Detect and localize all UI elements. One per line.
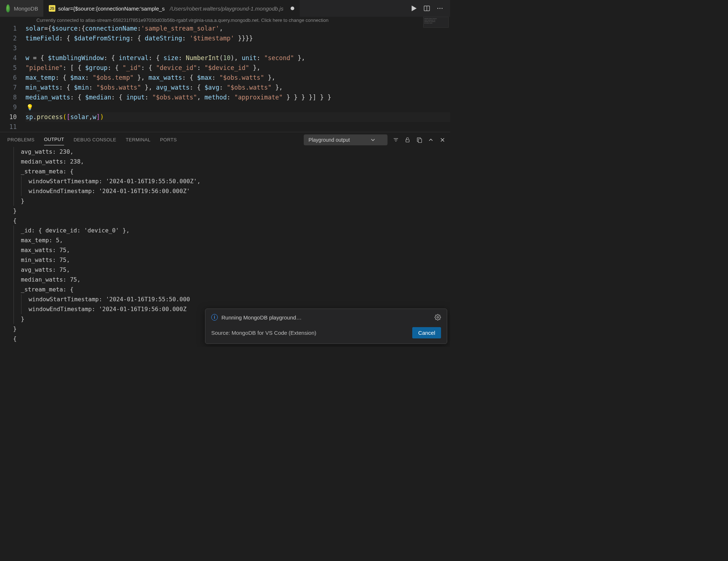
notification-toast: i Running MongoDB playground… Source: Mo… [205, 309, 447, 344]
svg-point-4 [442, 8, 443, 9]
connection-banner-text: Currently connected to atlas-stream-6582… [36, 17, 328, 23]
notification-source: Source: MongoDB for VS Code (Extension) [211, 330, 316, 336]
tab-output[interactable]: OUTPUT [44, 137, 64, 145]
svg-point-3 [440, 8, 441, 9]
tab-ports[interactable]: PORTS [160, 137, 177, 145]
svg-rect-8 [406, 140, 409, 142]
tab-playground-file[interactable]: JS solar={$source:{connectionName:'sampl… [44, 0, 300, 17]
svg-point-13 [437, 317, 439, 318]
clear-output-button[interactable] [416, 137, 422, 143]
cancel-button[interactable]: Cancel [412, 327, 441, 338]
run-button[interactable] [410, 5, 417, 12]
tab-label: MongoDB [14, 5, 38, 12]
notification-title: Running MongoDB playground… [221, 314, 302, 321]
mongodb-leaf-icon [6, 4, 10, 12]
editor-actions [410, 5, 450, 12]
tab-file-path: /Users/robert.walters/playground-1.mongo… [170, 5, 283, 12]
panel-chevron-up-button[interactable] [428, 137, 434, 143]
split-editor-button[interactable] [423, 5, 430, 12]
tab-bar: MongoDB JS solar={$source:{connectionNam… [0, 0, 450, 17]
tab-mongodb[interactable]: MongoDB [0, 0, 44, 17]
svg-point-2 [437, 8, 438, 9]
tab-terminal[interactable]: TERMINAL [126, 137, 150, 145]
code-area[interactable]: solar={$source:{connectionName:'sample_s… [25, 24, 450, 132]
code-editor[interactable]: 1 2 3 4 5 6 7 8 9 10 11 solar={$source:{… [0, 24, 450, 132]
js-file-icon: JS [49, 5, 55, 12]
tab-problems[interactable]: PROBLEMS [7, 137, 35, 145]
tab-file-title: solar={$source:{connectionName:'sample_s [58, 5, 165, 12]
lightbulb-icon[interactable]: 💡 [26, 102, 34, 112]
panel-tabs: PROBLEMS OUTPUT DEBUG CONSOLE TERMINAL P… [0, 132, 450, 147]
dirty-indicator-icon [291, 7, 294, 10]
tab-debug-console[interactable]: DEBUG CONSOLE [74, 137, 116, 145]
output-channel-select[interactable]: Playground output [304, 134, 387, 145]
notification-settings-button[interactable] [434, 314, 441, 321]
info-icon: i [211, 314, 218, 321]
svg-rect-10 [418, 139, 422, 143]
more-actions-button[interactable] [436, 5, 444, 12]
filter-output-button[interactable] [393, 137, 399, 143]
line-number-gutter: 1 2 3 4 5 6 7 8 9 10 11 [0, 24, 25, 132]
output-channel-label: Playground output [308, 137, 350, 143]
close-panel-button[interactable] [439, 137, 446, 143]
lock-scroll-button[interactable] [404, 137, 411, 143]
connection-banner[interactable]: Currently connected to atlas-stream-6582… [0, 17, 450, 24]
chevron-down-icon [370, 137, 376, 143]
